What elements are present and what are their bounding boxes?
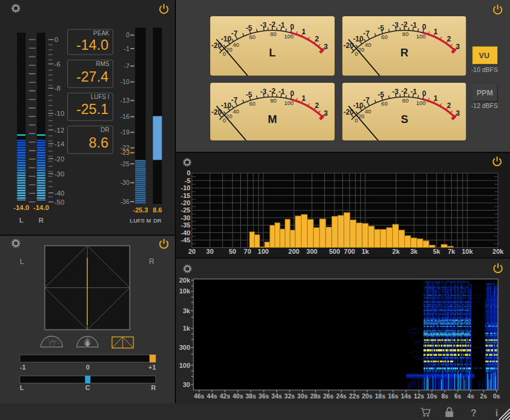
svg-text:300: 300 bbox=[179, 344, 190, 351]
svg-text:100: 100 bbox=[284, 33, 294, 40]
svg-text:1: 1 bbox=[434, 94, 438, 103]
svg-text:0: 0 bbox=[422, 89, 427, 98]
svg-text:-2: -2 bbox=[401, 20, 408, 29]
svg-text:-5: -5 bbox=[378, 91, 384, 99]
svg-text:8.6: 8.6 bbox=[153, 206, 162, 214]
svg-text:100: 100 bbox=[416, 100, 426, 106]
svg-text:10s: 10s bbox=[427, 392, 437, 400]
svg-text:26s: 26s bbox=[323, 392, 334, 400]
svg-text:-30: -30 bbox=[55, 170, 65, 178]
svg-text:40: 40 bbox=[365, 41, 371, 48]
svg-text:-20: -20 bbox=[344, 41, 354, 50]
svg-text:200: 200 bbox=[288, 248, 299, 255]
svg-text:-19: -19 bbox=[120, 128, 129, 136]
svg-text:18s: 18s bbox=[375, 392, 386, 400]
svg-text:10k: 10k bbox=[179, 287, 190, 295]
svg-text:2s: 2s bbox=[480, 392, 487, 400]
svg-text:2: 2 bbox=[447, 101, 451, 110]
svg-text:30: 30 bbox=[183, 381, 190, 388]
svg-text:LUFS I: LUFS I bbox=[91, 94, 109, 100]
svg-text:0: 0 bbox=[290, 23, 294, 31]
svg-text:-1: -1 bbox=[278, 21, 285, 29]
svg-text:-3: -3 bbox=[392, 21, 399, 29]
svg-text:-20: -20 bbox=[211, 41, 222, 50]
svg-text:-10: -10 bbox=[221, 101, 232, 110]
svg-text:-20: -20 bbox=[211, 108, 222, 116]
svg-text:L: L bbox=[19, 217, 23, 224]
svg-text:3: 3 bbox=[324, 43, 328, 51]
svg-text:-8: -8 bbox=[55, 85, 61, 92]
svg-text:C: C bbox=[85, 384, 90, 391]
svg-text:-7: -7 bbox=[124, 62, 129, 70]
svg-text:-25.3: -25.3 bbox=[133, 206, 148, 214]
svg-text:100: 100 bbox=[258, 248, 269, 255]
svg-text:40s: 40s bbox=[232, 392, 243, 400]
svg-text:R: R bbox=[149, 257, 154, 266]
svg-text:L: L bbox=[20, 384, 24, 391]
svg-text:30s: 30s bbox=[297, 392, 308, 400]
svg-text:-10: -10 bbox=[120, 78, 129, 85]
svg-text:VU: VU bbox=[479, 52, 489, 60]
svg-text:-25.1: -25.1 bbox=[76, 101, 109, 117]
svg-text:1k: 1k bbox=[362, 248, 369, 255]
svg-text:40: 40 bbox=[232, 41, 239, 48]
svg-text:100: 100 bbox=[416, 33, 426, 40]
svg-text:-6: -6 bbox=[55, 61, 61, 68]
svg-text:DR: DR bbox=[153, 217, 162, 224]
svg-text:-20: -20 bbox=[181, 199, 190, 206]
svg-text:40: 40 bbox=[232, 108, 239, 115]
svg-text:+1: +1 bbox=[148, 364, 156, 371]
svg-text:1k: 1k bbox=[183, 325, 190, 332]
svg-text:-14: -14 bbox=[55, 140, 65, 148]
svg-text:44s: 44s bbox=[207, 392, 217, 400]
svg-text:-5: -5 bbox=[184, 177, 190, 184]
svg-text:i: i bbox=[496, 408, 498, 418]
svg-text:34s: 34s bbox=[272, 392, 282, 400]
svg-text:-12: -12 bbox=[55, 127, 65, 134]
svg-text:-15: -15 bbox=[181, 192, 190, 199]
svg-text:8.6: 8.6 bbox=[89, 135, 109, 151]
svg-text:60: 60 bbox=[381, 100, 388, 107]
svg-text:-1: -1 bbox=[410, 21, 417, 29]
svg-text:0: 0 bbox=[187, 169, 190, 176]
svg-text:PPM: PPM bbox=[476, 89, 493, 97]
svg-text:0: 0 bbox=[290, 89, 294, 98]
svg-text:-27.4: -27.4 bbox=[76, 69, 109, 85]
svg-text:7k: 7k bbox=[448, 248, 455, 255]
svg-text:0s: 0s bbox=[493, 392, 500, 400]
svg-text:-20: -20 bbox=[344, 108, 354, 116]
svg-text:2k: 2k bbox=[392, 248, 400, 255]
svg-text:-10: -10 bbox=[353, 35, 364, 43]
svg-text:0: 0 bbox=[422, 23, 427, 31]
svg-text:60: 60 bbox=[249, 34, 256, 40]
svg-text:-1: -1 bbox=[410, 88, 417, 96]
svg-text:-25: -25 bbox=[120, 160, 129, 167]
svg-text:-35: -35 bbox=[181, 221, 190, 229]
svg-text:-3: -3 bbox=[260, 88, 267, 96]
svg-text:0: 0 bbox=[86, 364, 90, 371]
svg-text:-20: -20 bbox=[55, 155, 65, 163]
svg-text:-40: -40 bbox=[55, 190, 65, 197]
svg-text:100: 100 bbox=[179, 362, 190, 369]
svg-text:6s: 6s bbox=[454, 392, 461, 400]
svg-text:-10: -10 bbox=[55, 110, 65, 117]
svg-text:-10: -10 bbox=[181, 184, 190, 191]
svg-text:80: 80 bbox=[402, 97, 409, 104]
svg-text:-13: -13 bbox=[120, 97, 129, 104]
svg-text:-5: -5 bbox=[246, 91, 252, 99]
svg-text:5k: 5k bbox=[433, 248, 441, 255]
svg-text:LUFS M: LUFS M bbox=[130, 217, 151, 224]
svg-text:R: R bbox=[151, 384, 156, 391]
svg-text:-5: -5 bbox=[246, 24, 252, 32]
svg-text:-1: -1 bbox=[278, 88, 285, 96]
svg-text:-36: -36 bbox=[120, 198, 129, 205]
svg-text:12s: 12s bbox=[414, 392, 425, 400]
svg-text:20: 20 bbox=[188, 248, 195, 255]
svg-text:80: 80 bbox=[270, 31, 277, 37]
svg-text:40: 40 bbox=[365, 108, 371, 115]
svg-text:3k: 3k bbox=[410, 248, 418, 255]
svg-text:-10: -10 bbox=[353, 101, 364, 110]
svg-text:-7: -7 bbox=[231, 29, 238, 38]
svg-text:-7: -7 bbox=[231, 96, 238, 104]
svg-text:70: 70 bbox=[244, 248, 251, 255]
